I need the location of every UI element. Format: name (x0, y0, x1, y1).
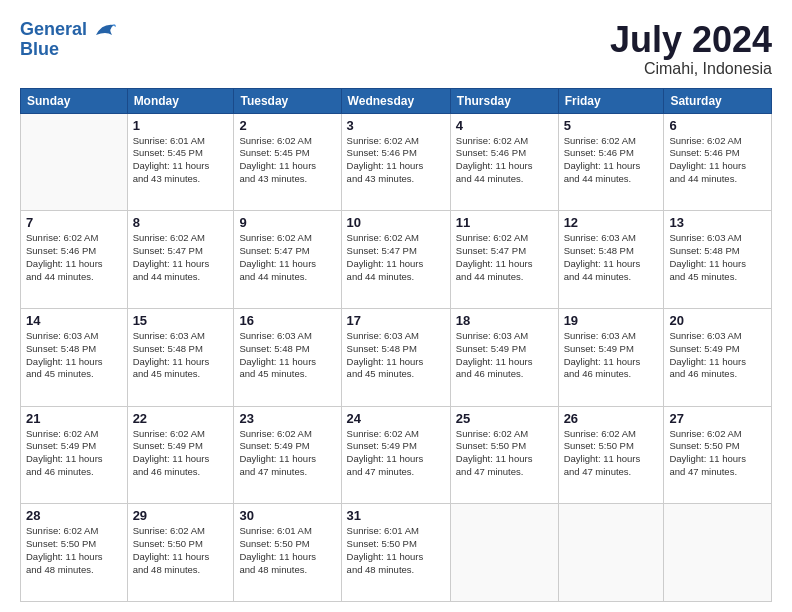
day-number: 11 (456, 215, 553, 230)
day-info: Sunrise: 6:02 AM Sunset: 5:45 PM Dayligh… (239, 135, 335, 186)
calendar-table: SundayMondayTuesdayWednesdayThursdayFrid… (20, 88, 772, 602)
calendar-cell: 6Sunrise: 6:02 AM Sunset: 5:46 PM Daylig… (664, 113, 772, 211)
month-title: July 2024 (610, 20, 772, 60)
day-number: 31 (347, 508, 445, 523)
calendar-cell: 9Sunrise: 6:02 AM Sunset: 5:47 PM Daylig… (234, 211, 341, 309)
weekday-header-row: SundayMondayTuesdayWednesdayThursdayFrid… (21, 88, 772, 113)
day-info: Sunrise: 6:02 AM Sunset: 5:49 PM Dayligh… (133, 428, 229, 479)
day-number: 5 (564, 118, 659, 133)
day-number: 19 (564, 313, 659, 328)
day-info: Sunrise: 6:03 AM Sunset: 5:48 PM Dayligh… (669, 232, 766, 283)
calendar-cell: 21Sunrise: 6:02 AM Sunset: 5:49 PM Dayli… (21, 406, 128, 504)
day-number: 24 (347, 411, 445, 426)
calendar-cell: 5Sunrise: 6:02 AM Sunset: 5:46 PM Daylig… (558, 113, 664, 211)
day-info: Sunrise: 6:02 AM Sunset: 5:50 PM Dayligh… (669, 428, 766, 479)
day-number: 20 (669, 313, 766, 328)
calendar-cell: 17Sunrise: 6:03 AM Sunset: 5:48 PM Dayli… (341, 308, 450, 406)
logo-bird-icon (94, 21, 116, 39)
weekday-header-wednesday: Wednesday (341, 88, 450, 113)
day-info: Sunrise: 6:02 AM Sunset: 5:50 PM Dayligh… (26, 525, 122, 576)
calendar-cell: 30Sunrise: 6:01 AM Sunset: 5:50 PM Dayli… (234, 504, 341, 602)
page: General Blue July 2024 Cimahi, Indonesia (0, 0, 792, 612)
day-info: Sunrise: 6:03 AM Sunset: 5:48 PM Dayligh… (239, 330, 335, 381)
weekday-header-friday: Friday (558, 88, 664, 113)
day-number: 15 (133, 313, 229, 328)
day-info: Sunrise: 6:01 AM Sunset: 5:50 PM Dayligh… (347, 525, 445, 576)
day-info: Sunrise: 6:02 AM Sunset: 5:50 PM Dayligh… (564, 428, 659, 479)
day-info: Sunrise: 6:02 AM Sunset: 5:50 PM Dayligh… (133, 525, 229, 576)
calendar-cell: 24Sunrise: 6:02 AM Sunset: 5:49 PM Dayli… (341, 406, 450, 504)
day-info: Sunrise: 6:03 AM Sunset: 5:48 PM Dayligh… (564, 232, 659, 283)
day-number: 3 (347, 118, 445, 133)
day-number: 9 (239, 215, 335, 230)
day-info: Sunrise: 6:02 AM Sunset: 5:47 PM Dayligh… (347, 232, 445, 283)
calendar-cell: 12Sunrise: 6:03 AM Sunset: 5:48 PM Dayli… (558, 211, 664, 309)
calendar-cell: 20Sunrise: 6:03 AM Sunset: 5:49 PM Dayli… (664, 308, 772, 406)
week-row-1: 1Sunrise: 6:01 AM Sunset: 5:45 PM Daylig… (21, 113, 772, 211)
day-number: 10 (347, 215, 445, 230)
day-number: 30 (239, 508, 335, 523)
calendar-cell: 26Sunrise: 6:02 AM Sunset: 5:50 PM Dayli… (558, 406, 664, 504)
calendar-cell: 4Sunrise: 6:02 AM Sunset: 5:46 PM Daylig… (450, 113, 558, 211)
weekday-header-saturday: Saturday (664, 88, 772, 113)
calendar-cell: 25Sunrise: 6:02 AM Sunset: 5:50 PM Dayli… (450, 406, 558, 504)
weekday-header-tuesday: Tuesday (234, 88, 341, 113)
calendar-cell: 1Sunrise: 6:01 AM Sunset: 5:45 PM Daylig… (127, 113, 234, 211)
day-info: Sunrise: 6:03 AM Sunset: 5:49 PM Dayligh… (456, 330, 553, 381)
day-info: Sunrise: 6:02 AM Sunset: 5:47 PM Dayligh… (133, 232, 229, 283)
day-info: Sunrise: 6:03 AM Sunset: 5:49 PM Dayligh… (669, 330, 766, 381)
calendar-cell (450, 504, 558, 602)
header: General Blue July 2024 Cimahi, Indonesia (20, 20, 772, 78)
day-number: 14 (26, 313, 122, 328)
title-area: July 2024 Cimahi, Indonesia (610, 20, 772, 78)
day-info: Sunrise: 6:02 AM Sunset: 5:50 PM Dayligh… (456, 428, 553, 479)
day-number: 25 (456, 411, 553, 426)
calendar-cell: 16Sunrise: 6:03 AM Sunset: 5:48 PM Dayli… (234, 308, 341, 406)
day-info: Sunrise: 6:02 AM Sunset: 5:49 PM Dayligh… (347, 428, 445, 479)
weekday-header-thursday: Thursday (450, 88, 558, 113)
calendar-cell: 23Sunrise: 6:02 AM Sunset: 5:49 PM Dayli… (234, 406, 341, 504)
calendar-cell: 13Sunrise: 6:03 AM Sunset: 5:48 PM Dayli… (664, 211, 772, 309)
day-info: Sunrise: 6:03 AM Sunset: 5:48 PM Dayligh… (347, 330, 445, 381)
calendar-cell: 8Sunrise: 6:02 AM Sunset: 5:47 PM Daylig… (127, 211, 234, 309)
location-subtitle: Cimahi, Indonesia (610, 60, 772, 78)
logo: General Blue (20, 20, 116, 60)
day-info: Sunrise: 6:02 AM Sunset: 5:46 PM Dayligh… (347, 135, 445, 186)
day-number: 12 (564, 215, 659, 230)
day-number: 17 (347, 313, 445, 328)
week-row-3: 14Sunrise: 6:03 AM Sunset: 5:48 PM Dayli… (21, 308, 772, 406)
day-number: 8 (133, 215, 229, 230)
weekday-header-monday: Monday (127, 88, 234, 113)
day-number: 13 (669, 215, 766, 230)
calendar-cell: 22Sunrise: 6:02 AM Sunset: 5:49 PM Dayli… (127, 406, 234, 504)
day-number: 21 (26, 411, 122, 426)
day-number: 27 (669, 411, 766, 426)
calendar-cell: 7Sunrise: 6:02 AM Sunset: 5:46 PM Daylig… (21, 211, 128, 309)
calendar-cell: 2Sunrise: 6:02 AM Sunset: 5:45 PM Daylig… (234, 113, 341, 211)
calendar-cell: 18Sunrise: 6:03 AM Sunset: 5:49 PM Dayli… (450, 308, 558, 406)
calendar-cell: 3Sunrise: 6:02 AM Sunset: 5:46 PM Daylig… (341, 113, 450, 211)
day-info: Sunrise: 6:03 AM Sunset: 5:48 PM Dayligh… (26, 330, 122, 381)
day-info: Sunrise: 6:03 AM Sunset: 5:48 PM Dayligh… (133, 330, 229, 381)
day-info: Sunrise: 6:02 AM Sunset: 5:49 PM Dayligh… (239, 428, 335, 479)
calendar-cell: 28Sunrise: 6:02 AM Sunset: 5:50 PM Dayli… (21, 504, 128, 602)
logo-text: General (20, 20, 116, 40)
day-number: 23 (239, 411, 335, 426)
day-info: Sunrise: 6:01 AM Sunset: 5:45 PM Dayligh… (133, 135, 229, 186)
day-info: Sunrise: 6:02 AM Sunset: 5:47 PM Dayligh… (456, 232, 553, 283)
day-number: 16 (239, 313, 335, 328)
calendar-cell: 11Sunrise: 6:02 AM Sunset: 5:47 PM Dayli… (450, 211, 558, 309)
day-number: 26 (564, 411, 659, 426)
day-number: 2 (239, 118, 335, 133)
calendar-cell (664, 504, 772, 602)
day-info: Sunrise: 6:01 AM Sunset: 5:50 PM Dayligh… (239, 525, 335, 576)
calendar-cell: 15Sunrise: 6:03 AM Sunset: 5:48 PM Dayli… (127, 308, 234, 406)
calendar-cell: 29Sunrise: 6:02 AM Sunset: 5:50 PM Dayli… (127, 504, 234, 602)
day-number: 28 (26, 508, 122, 523)
week-row-4: 21Sunrise: 6:02 AM Sunset: 5:49 PM Dayli… (21, 406, 772, 504)
day-info: Sunrise: 6:02 AM Sunset: 5:49 PM Dayligh… (26, 428, 122, 479)
day-number: 29 (133, 508, 229, 523)
day-number: 22 (133, 411, 229, 426)
week-row-5: 28Sunrise: 6:02 AM Sunset: 5:50 PM Dayli… (21, 504, 772, 602)
calendar-cell: 19Sunrise: 6:03 AM Sunset: 5:49 PM Dayli… (558, 308, 664, 406)
